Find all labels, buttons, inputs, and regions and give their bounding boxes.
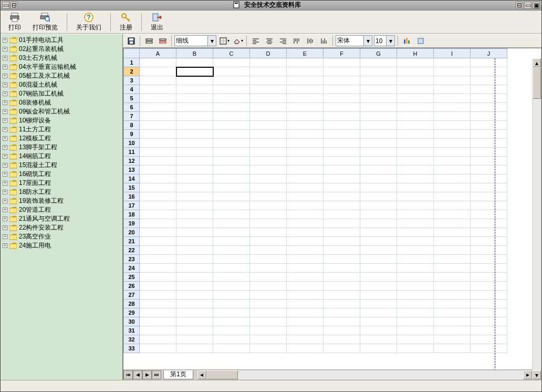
tree-item-03[interactable]: +03土石方机械	[1, 54, 122, 63]
cell-G31[interactable]	[360, 326, 397, 335]
cell-I32[interactable]	[434, 335, 471, 344]
cell-E20[interactable]	[287, 228, 324, 237]
cell-I29[interactable]	[434, 308, 471, 317]
cell-G6[interactable]	[360, 103, 397, 112]
valign-top-icon[interactable]	[290, 35, 303, 47]
cell-A21[interactable]	[140, 237, 176, 246]
cell-D18[interactable]	[250, 210, 287, 219]
tree-item-04[interactable]: +04水平垂直运输机械	[1, 63, 122, 71]
cell-A5[interactable]	[140, 94, 176, 103]
cell-E2[interactable]	[287, 67, 324, 76]
cell-G8[interactable]	[360, 121, 397, 130]
cell-A6[interactable]	[140, 103, 176, 112]
align-left-icon[interactable]	[249, 35, 262, 47]
align-center-icon[interactable]	[263, 35, 275, 47]
cell-B28[interactable]	[176, 300, 213, 308]
cell-C8[interactable]	[213, 121, 250, 130]
cell-B20[interactable]	[176, 228, 213, 237]
row-header-5[interactable]: 5	[124, 94, 140, 103]
cell-I9[interactable]	[434, 130, 471, 139]
cell-B29[interactable]	[176, 308, 213, 317]
cell-G13[interactable]	[360, 166, 397, 174]
first-sheet-icon[interactable]: ⏮	[123, 370, 133, 379]
cell-D3[interactable]	[250, 76, 287, 85]
cell-B23[interactable]	[176, 255, 213, 264]
cell-C30[interactable]	[213, 317, 250, 326]
cell-H27[interactable]	[397, 291, 434, 300]
cell-J16[interactable]	[471, 192, 507, 201]
cell-A19[interactable]	[140, 219, 176, 228]
cell-G9[interactable]	[360, 130, 397, 139]
scroll-right-icon[interactable]: ▸	[523, 370, 532, 379]
cell-A23[interactable]	[140, 255, 176, 264]
row-header-25[interactable]: 25	[124, 273, 140, 282]
cell-G24[interactable]	[360, 264, 397, 273]
cell-B9[interactable]	[176, 130, 213, 139]
cell-C15[interactable]	[213, 183, 250, 192]
row-header-20[interactable]: 20	[124, 228, 140, 237]
tree-item-20[interactable]: +20管道工程	[1, 205, 122, 214]
cell-C28[interactable]	[213, 300, 250, 308]
cell-B14[interactable]	[176, 174, 213, 183]
cell-C18[interactable]	[213, 210, 250, 219]
cell-C3[interactable]	[213, 76, 250, 85]
row-header-4[interactable]: 4	[124, 85, 140, 94]
cell-C12[interactable]	[213, 157, 250, 166]
row-header-8[interactable]: 8	[124, 121, 140, 130]
cell-A8[interactable]	[140, 121, 176, 130]
cell-E23[interactable]	[287, 255, 324, 264]
expand-icon[interactable]: +	[3, 109, 7, 114]
cell-H3[interactable]	[397, 76, 434, 85]
cell-E25[interactable]	[287, 273, 324, 282]
close-button[interactable]: ▣	[533, 2, 540, 9]
cell-F33[interactable]	[324, 344, 360, 353]
col-header-J[interactable]: J	[471, 49, 507, 58]
cell-H11[interactable]	[397, 148, 434, 157]
cell-A32[interactable]	[140, 335, 176, 344]
cell-E9[interactable]	[287, 130, 324, 139]
cell-A24[interactable]	[140, 264, 176, 273]
cell-E15[interactable]	[287, 183, 324, 192]
cell-F24[interactable]	[324, 264, 360, 273]
cell-J27[interactable]	[471, 291, 507, 300]
row-header-7[interactable]: 7	[124, 112, 140, 121]
cell-C29[interactable]	[213, 308, 250, 317]
cell-A9[interactable]	[140, 130, 176, 139]
cell-F28[interactable]	[324, 300, 360, 308]
cell-D10[interactable]	[250, 139, 287, 148]
cell-D12[interactable]	[250, 157, 287, 166]
cell-I31[interactable]	[434, 326, 471, 335]
cell-G14[interactable]	[360, 174, 397, 183]
cell-I24[interactable]	[434, 264, 471, 273]
cell-F1[interactable]	[324, 58, 360, 67]
cell-B21[interactable]	[176, 237, 213, 246]
cell-J17[interactable]	[471, 201, 507, 210]
cell-F25[interactable]	[324, 273, 360, 282]
cell-A13[interactable]	[140, 166, 176, 174]
cell-D4[interactable]	[250, 85, 287, 94]
cell-B15[interactable]	[176, 183, 213, 192]
cell-B5[interactable]	[176, 94, 213, 103]
cell-F29[interactable]	[324, 308, 360, 317]
cell-J2[interactable]	[471, 67, 507, 76]
col-header-A[interactable]: A	[140, 49, 176, 58]
cell-B16[interactable]	[176, 192, 213, 201]
row-header-1[interactable]: 1	[124, 58, 140, 67]
cell-J10[interactable]	[471, 139, 507, 148]
cell-C33[interactable]	[213, 344, 250, 353]
insert-row-icon[interactable]	[143, 35, 155, 47]
row-header-24[interactable]: 24	[124, 264, 140, 273]
cell-E21[interactable]	[287, 237, 324, 246]
cell-F9[interactable]	[324, 130, 360, 139]
cell-H18[interactable]	[397, 210, 434, 219]
cell-A17[interactable]	[140, 201, 176, 210]
cell-I25[interactable]	[434, 273, 471, 282]
spreadsheet-grid[interactable]: ABCDEFGHIJ123456789101112131415161718192…	[123, 48, 507, 353]
cell-H26[interactable]	[397, 282, 434, 291]
cell-F30[interactable]	[324, 317, 360, 326]
save-icon[interactable]	[125, 35, 137, 47]
expand-icon[interactable]: +	[3, 38, 7, 43]
row-header-14[interactable]: 14	[124, 174, 140, 183]
cell-C22[interactable]	[213, 246, 250, 255]
cell-H24[interactable]	[397, 264, 434, 273]
